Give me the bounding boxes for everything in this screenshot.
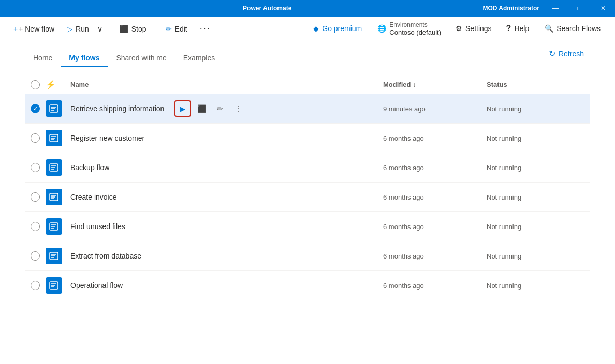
run-dropdown-button[interactable]: ∨ xyxy=(96,22,106,36)
go-premium-button[interactable]: ◆ Go premium xyxy=(307,21,368,36)
more-icon: ··· xyxy=(200,23,211,34)
row-name-cell: Extract from database xyxy=(70,252,383,260)
row-icon-cell xyxy=(46,218,70,235)
table-row[interactable]: Operational flow 6 months ago Not runnin… xyxy=(25,271,590,300)
row-checkbox[interactable] xyxy=(31,281,40,290)
flow-name: Create invoice xyxy=(70,193,117,201)
flow-icon xyxy=(46,218,62,235)
table-row[interactable]: Register new customer 6 months ago Not r… xyxy=(25,124,590,153)
row-checkbox-cell xyxy=(25,192,46,202)
stop-row-button[interactable]: ⬛ xyxy=(193,100,210,117)
row-checkbox[interactable] xyxy=(31,251,40,261)
flow-icon xyxy=(46,248,62,264)
new-flow-label: + New flow xyxy=(19,25,54,33)
refresh-button[interactable]: ↻ Refresh xyxy=(543,46,590,62)
row-checkbox-cell xyxy=(25,163,46,172)
new-flow-button[interactable]: + + New flow xyxy=(8,22,60,36)
user-name: MOD Administrator xyxy=(482,5,539,12)
stop-row-icon: ⬛ xyxy=(197,104,206,113)
table-row[interactable]: Retrieve shipping information ▶ ⬛ ✏ ⋮ xyxy=(25,94,590,124)
close-button[interactable]: ✕ xyxy=(591,0,615,17)
help-label: Help xyxy=(514,24,529,33)
modified-cell: 6 months ago xyxy=(383,134,487,142)
row-icon-cell xyxy=(46,277,70,294)
settings-label: Settings xyxy=(465,24,492,33)
globe-icon: 🌐 xyxy=(377,24,386,33)
more-button[interactable]: ··· xyxy=(195,20,216,37)
row-checkbox[interactable] xyxy=(31,104,40,113)
title-bar: Power Automate MOD Administrator — □ ✕ xyxy=(0,0,615,17)
main-content: Home My flows Shared with me Examples ↻ … xyxy=(0,41,615,300)
maximize-button[interactable]: □ xyxy=(567,0,591,17)
settings-button[interactable]: ⚙ Settings xyxy=(450,21,497,36)
flow-icon xyxy=(46,277,62,294)
sort-icon: ↓ xyxy=(413,81,416,88)
play-icon: ▶ xyxy=(180,105,185,113)
play-button[interactable]: ▶ xyxy=(174,100,191,117)
minimize-button[interactable]: — xyxy=(544,0,567,17)
separator-2 xyxy=(156,23,156,35)
table-row[interactable]: Find unused files 6 months ago Not runni… xyxy=(25,212,590,241)
row-checkbox[interactable] xyxy=(31,222,40,231)
row-checkbox[interactable] xyxy=(31,192,40,202)
search-label: Search Flows xyxy=(557,24,601,33)
tab-examples[interactable]: Examples xyxy=(175,50,223,67)
separator-1 xyxy=(110,23,110,35)
modified-cell: 6 months ago xyxy=(383,252,487,260)
run-label: Run xyxy=(76,25,89,33)
maximize-icon: □ xyxy=(577,5,581,12)
table-row[interactable]: Backup flow 6 months ago Not running xyxy=(25,153,590,183)
edit-row-button[interactable]: ✏ xyxy=(212,100,228,117)
status-cell: Not running xyxy=(487,282,590,290)
environment-name: Contoso (default) xyxy=(389,28,441,37)
row-name-cell: Register new customer xyxy=(70,134,383,142)
more-row-button[interactable]: ⋮ xyxy=(230,100,247,117)
search-button[interactable]: 🔍 Search Flows xyxy=(538,21,607,36)
environment-button[interactable]: 🌐 Environments Contoso (default) xyxy=(372,18,446,40)
row-checkbox-cell xyxy=(25,104,46,113)
status-cell: Not running xyxy=(487,164,590,172)
tab-sharedwithme[interactable]: Shared with me xyxy=(108,50,174,67)
edit-label: Edit xyxy=(175,25,187,33)
header-modified[interactable]: Modified ↓ xyxy=(383,81,487,88)
row-icon-cell xyxy=(46,159,70,176)
header-icon-cell: ⚡ xyxy=(46,80,70,89)
header-checkbox-cell xyxy=(25,80,46,89)
row-checkbox-cell xyxy=(25,133,46,143)
row-checkbox-cell xyxy=(25,281,46,290)
edit-row-icon: ✏ xyxy=(217,104,223,113)
row-name-cell: Retrieve shipping information ▶ ⬛ ✏ ⋮ xyxy=(70,100,383,117)
search-icon: 🔍 xyxy=(545,24,553,33)
table-row[interactable]: Create invoice 6 months ago Not running xyxy=(25,183,590,212)
row-name-cell: Create invoice xyxy=(70,193,383,201)
status-cell: Not running xyxy=(487,193,590,201)
new-flow-icon: + xyxy=(13,25,18,33)
flow-icon xyxy=(46,159,62,176)
help-button[interactable]: ? Help xyxy=(501,21,535,36)
table-header: ⚡ Name Modified ↓ Status xyxy=(25,75,590,94)
tab-home[interactable]: Home xyxy=(25,50,61,67)
title-bar-controls: MOD Administrator — □ ✕ xyxy=(482,0,615,17)
toolbar-right: ◆ Go premium 🌐 Environments Contoso (def… xyxy=(307,18,607,40)
refresh-icon: ↻ xyxy=(549,49,555,58)
question-icon: ? xyxy=(506,24,511,33)
select-all-checkbox[interactable] xyxy=(31,80,40,89)
tab-myflows[interactable]: My flows xyxy=(61,50,108,67)
row-checkbox[interactable] xyxy=(31,163,40,172)
close-icon: ✕ xyxy=(601,5,606,12)
flow-name: Backup flow xyxy=(70,163,109,172)
row-checkbox[interactable] xyxy=(31,133,40,143)
header-status: Status xyxy=(487,81,590,88)
flows-table: ⚡ Name Modified ↓ Status xyxy=(25,75,590,300)
row-name-cell: Backup flow xyxy=(70,163,383,172)
gear-icon: ⚙ xyxy=(456,24,462,33)
run-button[interactable]: ▷ Run xyxy=(62,22,94,36)
row-name-cell: Find unused files xyxy=(70,222,383,231)
header-name[interactable]: Name xyxy=(70,81,383,88)
stop-icon: ⬛ xyxy=(120,25,128,33)
edit-button[interactable]: ✏ Edit xyxy=(160,22,193,36)
table-row[interactable]: Extract from database 6 months ago Not r… xyxy=(25,241,590,271)
row-icon-cell xyxy=(46,130,70,146)
modified-cell: 6 months ago xyxy=(383,282,487,290)
stop-button[interactable]: ⬛ Stop xyxy=(114,22,152,36)
